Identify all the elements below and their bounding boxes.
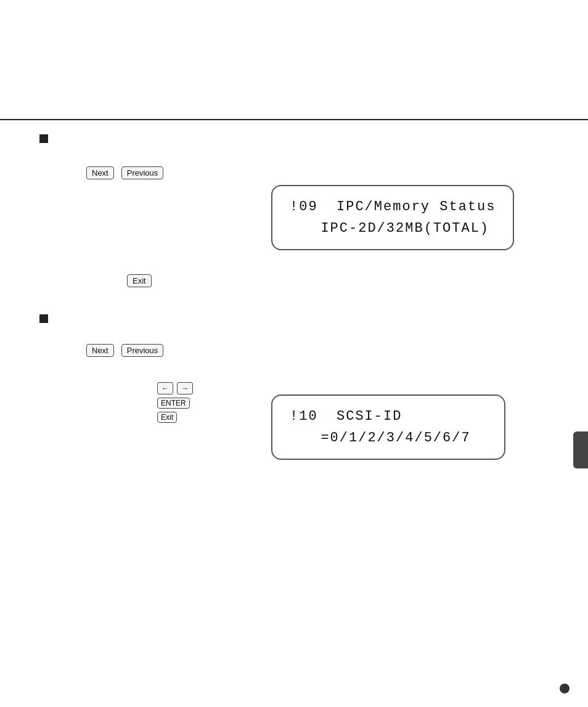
section2-display: !10 SCSI-ID =0/1/2/3/4/5/6/7 — [271, 394, 505, 460]
section1-display-line1: !09 IPC/Memory Status — [290, 196, 496, 218]
section2-next-button[interactable]: Next — [86, 344, 114, 357]
section2-display-line2: =0/1/2/3/4/5/6/7 — [290, 427, 487, 449]
side-tab — [573, 431, 588, 468]
section1-display: !09 IPC/Memory Status IPC-2D/32MB(TOTAL) — [271, 185, 514, 250]
section2-enter-button[interactable]: ENTER — [157, 398, 190, 409]
section1-next-button[interactable]: Next — [86, 166, 114, 179]
section1-previous-button[interactable]: Previous — [121, 166, 164, 179]
section2-previous-button[interactable]: Previous — [121, 344, 164, 357]
section2-exit-button[interactable]: Exit — [157, 412, 177, 423]
section2-nav-buttons: Next Previous — [86, 344, 163, 357]
section2-left-arrow-button[interactable]: ← — [157, 382, 173, 394]
section2-display-line1: !10 SCSI-ID — [290, 406, 487, 427]
section1-display-line2: IPC-2D/32MB(TOTAL) — [290, 218, 496, 239]
section-1 — [39, 134, 48, 145]
section-2 — [39, 314, 48, 325]
section2-square — [39, 314, 48, 325]
section2-control-buttons: ← → ENTER Exit — [157, 382, 193, 423]
section2-right-arrow-button[interactable]: → — [177, 382, 193, 394]
bottom-dot — [560, 684, 570, 693]
section1-exit-area: Exit — [127, 274, 152, 287]
section1-exit-button[interactable]: Exit — [127, 274, 152, 287]
top-border — [0, 119, 588, 120]
section1-nav-buttons: Next Previous — [86, 166, 163, 179]
section1-square — [39, 134, 48, 145]
